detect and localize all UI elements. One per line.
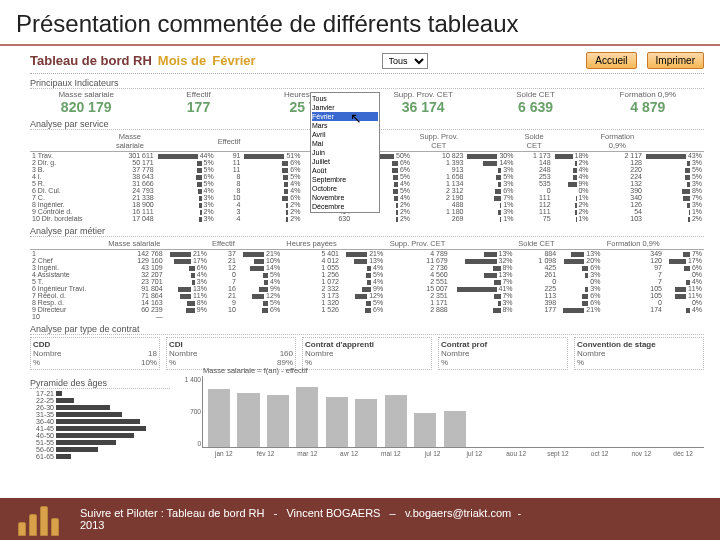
- table-row: 6 Ingénieur Travi.91 804 13%16 9%2 332 9…: [30, 285, 704, 292]
- month-option[interactable]: Juin: [312, 148, 378, 157]
- month-option[interactable]: Janvier: [312, 103, 378, 112]
- month-select[interactable]: Tous: [382, 53, 428, 69]
- contract-box: CDDNombre18%10%: [30, 337, 160, 370]
- kpi-card: Supp. Prov. CET36 174: [367, 90, 479, 115]
- contract-box: Contrat profNombre%: [438, 337, 568, 370]
- contract-box: Contrat d'apprentiNombre%: [302, 337, 432, 370]
- dashboard-month-prefix: Mois de: [158, 53, 206, 68]
- contracts-row: CDDNombre18%10%CDINombre160%89%Contrat d…: [30, 337, 704, 370]
- month-option[interactable]: Décembre: [312, 202, 378, 211]
- month-option[interactable]: Septembre: [312, 175, 378, 184]
- table-row: 5 T.23 701 3%7 4%1 072 4%2 551 7%0 0%7 4…: [30, 278, 704, 285]
- table-row: 4 Assistante32 207 4%0 5%1 256 5%4 560 1…: [30, 271, 704, 278]
- kpi-label: Masse salariale: [30, 90, 142, 99]
- kpi-label: Supp. Prov. CET: [367, 90, 479, 99]
- pyramid-row: 26-30: [30, 404, 170, 411]
- pyramid-chart: 17-2122-2526-3031-3536-4041-4546-5051-55…: [30, 390, 170, 460]
- kpi-row: TousJanvierFévrierMarsAvrilMaiJuinJuille…: [30, 90, 704, 115]
- slide-footer: Suivre et Piloter : Tableau de bord RH -…: [0, 498, 720, 540]
- table-row: 9 Directeur60 239 9%10 6%1 526 6%2 888 8…: [30, 306, 704, 313]
- month-option[interactable]: Novembre: [312, 193, 378, 202]
- kpi-value: 6 639: [479, 99, 591, 115]
- kpi-card: Effectif177: [142, 90, 254, 115]
- month-option[interactable]: Tous: [312, 94, 378, 103]
- footer-logo-icon: [14, 502, 62, 536]
- month-option[interactable]: Juillet: [312, 157, 378, 166]
- table-row: 10 Dir. bordelais17 048 3%4 2%630 2%269 …: [30, 215, 704, 222]
- table-row: 2 Chef129 160 17%21 10%4 012 13%11 679 3…: [30, 257, 704, 264]
- section-principaux: Principaux Indicateurs: [30, 78, 704, 89]
- kpi-card: Solde CET6 639: [479, 90, 591, 115]
- table-row: 10 —: [30, 313, 704, 320]
- pyramid-row: 46-50: [30, 432, 170, 439]
- kpi-value: 4 879: [592, 99, 704, 115]
- section-contrat: Analyse par type de contrat: [30, 324, 704, 335]
- pyramid-row: 51-55: [30, 439, 170, 446]
- pyramid-row: 17-21: [30, 390, 170, 397]
- slide-title: Présentation commentée de différents tab…: [16, 10, 704, 38]
- pyramid-row: 61-65: [30, 453, 170, 460]
- kpi-card: Formation 0,9%4 879: [592, 90, 704, 115]
- kpi-label: Solde CET: [479, 90, 591, 99]
- section-metier: Analyse par métier: [30, 226, 704, 237]
- pyramid-row: 56-60: [30, 446, 170, 453]
- section-pyramide: Pyramide des âges: [30, 378, 170, 389]
- table-row: 8 Resp. d.14 163 8%9 5%1 320 5%1 171 3%3…: [30, 299, 704, 306]
- kpi-value: 36 174: [367, 99, 479, 115]
- table-row: 7 Rééol. d.71 864 11%21 12%3 173 12%2 35…: [30, 292, 704, 299]
- table-row: 1 142 768 21%37 21%5 401 21%4 789 13%884…: [30, 250, 704, 258]
- slide-title-bar: Présentation commentée de différents tab…: [0, 0, 720, 46]
- month-option[interactable]: Mai: [312, 139, 378, 148]
- pyramid-row: 41-45: [30, 425, 170, 432]
- month-option[interactable]: Octobre: [312, 184, 378, 193]
- pyramid-row: 36-40: [30, 418, 170, 425]
- month-option[interactable]: Août: [312, 166, 378, 175]
- dashboard-month: Février: [212, 53, 255, 68]
- pyramid-row: 22-25: [30, 397, 170, 404]
- table-row: 3 Ingéni.43 109 6%12 14%1 055 4%2 736 8%…: [30, 264, 704, 271]
- dashboard-title: Tableau de bord RH: [30, 53, 152, 68]
- line-chart: Masse salariale = f(an) - effectif 1 400…: [202, 376, 704, 448]
- month-option[interactable]: Mars: [312, 121, 378, 130]
- kpi-label: Effectif: [142, 90, 254, 99]
- dashboard-header: Tableau de bord RH Mois de Février Tous …: [30, 50, 704, 74]
- print-button[interactable]: Imprimer: [647, 52, 704, 69]
- contract-box: Convention de stageNombre%: [574, 337, 704, 370]
- metier-table: Masse salarialeEffectifHeures payéesSupp…: [30, 238, 704, 320]
- pyramid-row: 31-35: [30, 411, 170, 418]
- kpi-value: 177: [142, 99, 254, 115]
- footer-text: Suivre et Piloter : Tableau de bord RH -…: [80, 507, 521, 531]
- month-dropdown-panel[interactable]: TousJanvierFévrierMarsAvrilMaiJuinJuille…: [310, 92, 380, 213]
- kpi-value: 820 179: [30, 99, 142, 115]
- chart-title: Masse salariale = f(an) - effectif: [203, 366, 308, 375]
- kpi-label: Formation 0,9%: [592, 90, 704, 99]
- month-option[interactable]: Avril: [312, 130, 378, 139]
- kpi-card: Masse salariale820 179: [30, 90, 142, 115]
- month-option[interactable]: Février: [312, 112, 378, 121]
- home-button[interactable]: Accueil: [586, 52, 636, 69]
